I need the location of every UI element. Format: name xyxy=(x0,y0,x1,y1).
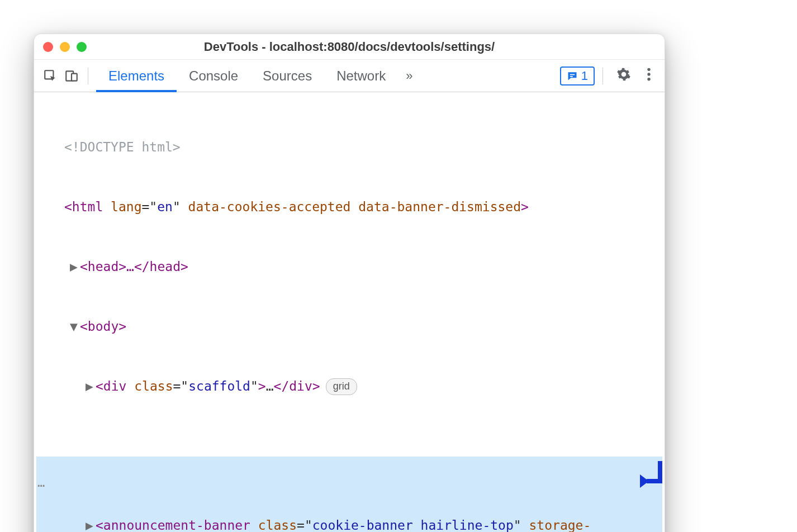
layout-badge-grid[interactable]: grid xyxy=(326,378,357,395)
toolbar-divider xyxy=(603,68,603,84)
svg-point-7 xyxy=(647,77,650,80)
dom-selected-node[interactable]: ⋯ ▶<announcement-banner class="cookie-ba… xyxy=(36,457,662,532)
svg-point-5 xyxy=(647,68,650,70)
dom-html-open[interactable]: <html lang="en" data-cookies-accepted da… xyxy=(36,197,662,217)
window-close-button[interactable] xyxy=(43,42,53,52)
tabs-overflow-icon[interactable]: » xyxy=(402,69,416,83)
titlebar: DevTools - localhost:8080/docs/devtools/… xyxy=(34,34,665,60)
tab-elements[interactable]: Elements xyxy=(96,60,177,92)
annotation-arrow-icon xyxy=(632,457,665,497)
dom-head-collapsed[interactable]: ▶<head>…</head> xyxy=(36,257,662,277)
main-toolbar: Elements Console Sources Network » 1 xyxy=(34,60,665,92)
disclosure-down-icon[interactable]: ▼ xyxy=(70,317,80,337)
window-maximize-button[interactable] xyxy=(77,42,87,52)
window-minimize-button[interactable] xyxy=(60,42,70,52)
disclosure-right-icon[interactable]: ▶ xyxy=(86,377,96,397)
disclosure-right-icon[interactable]: ▶ xyxy=(86,516,96,532)
traffic-lights xyxy=(43,42,87,52)
panel-tabs: Elements Console Sources Network xyxy=(96,60,398,92)
disclosure-right-icon[interactable]: ▶ xyxy=(70,257,80,277)
issues-count-value: 1 xyxy=(581,69,588,83)
more-menu-icon[interactable] xyxy=(641,67,657,85)
device-toolbar-icon[interactable] xyxy=(63,68,80,84)
chat-icon xyxy=(567,70,578,82)
svg-rect-3 xyxy=(570,74,575,75)
dom-doctype[interactable]: <!DOCTYPE html> xyxy=(36,137,662,158)
inspect-element-icon[interactable] xyxy=(42,68,59,84)
svg-point-6 xyxy=(647,73,650,75)
dom-body-open[interactable]: ▼<body> xyxy=(36,317,662,337)
window-title: DevTools - localhost:8080/docs/devtools/… xyxy=(34,40,665,54)
tab-network[interactable]: Network xyxy=(324,60,398,92)
dom-div-scaffold[interactable]: ▶<div class="scaffold">…</div>grid xyxy=(36,377,662,397)
dom-tree[interactable]: <!DOCTYPE html> <html lang="en" data-coo… xyxy=(34,92,665,532)
settings-icon[interactable] xyxy=(611,67,637,85)
svg-rect-2 xyxy=(72,73,77,80)
context-ellipsis-icon[interactable]: ⋯ xyxy=(37,476,46,495)
toolbar-divider xyxy=(88,68,88,84)
devtools-window: DevTools - localhost:8080/docs/devtools/… xyxy=(34,34,665,532)
issues-counter[interactable]: 1 xyxy=(560,66,595,86)
tab-sources[interactable]: Sources xyxy=(250,60,324,92)
svg-rect-4 xyxy=(570,76,573,77)
tab-console[interactable]: Console xyxy=(177,60,250,92)
